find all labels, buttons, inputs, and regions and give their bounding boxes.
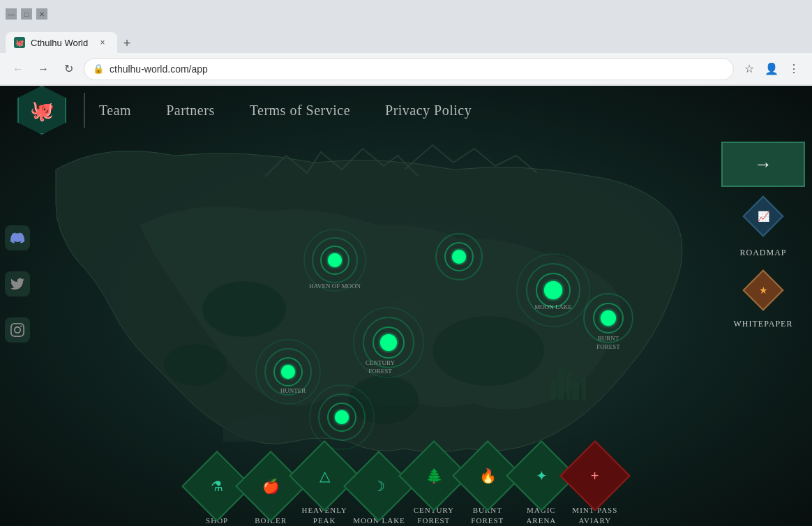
menu-button[interactable]: ⋮: [784, 59, 804, 79]
burnt-forest-icon: 🔥: [479, 467, 496, 484]
svg-point-18: [380, 334, 397, 351]
close-button[interactable]: ✕: [36, 8, 47, 20]
logo[interactable]: 🐙: [14, 86, 70, 138]
logo-hex: 🐙: [17, 86, 66, 135]
svg-point-33: [452, 250, 466, 264]
title-bar: — □ ✕: [0, 0, 812, 28]
svg-point-28: [335, 410, 349, 424]
nav-link-partners[interactable]: Partners: [166, 103, 215, 119]
tab-title: Cthulhu World: [31, 38, 88, 48]
bottom-item-boiler[interactable]: 🍎 Boiler: [246, 461, 296, 525]
nav-link-tos[interactable]: Terms of Service: [250, 103, 350, 119]
svg-text:FOREST: FOREST: [596, 343, 620, 350]
discord-icon[interactable]: [5, 225, 30, 250]
magic-arena-icon: ✦: [535, 467, 547, 484]
maximize-button[interactable]: □: [21, 8, 32, 20]
nav-link-privacy[interactable]: Privacy Policy: [385, 103, 472, 119]
svg-rect-8: [572, 382, 579, 400]
app-content: HAVEN OF MOON HUNTER CENTURY FOREST MOON…: [0, 86, 812, 526]
svg-text:CENTURY: CENTURY: [366, 359, 396, 366]
svg-text:BURNT: BURNT: [598, 335, 619, 342]
moon-lake-icon: ☽: [373, 478, 385, 495]
heavenly-peak-icon: △: [319, 467, 330, 484]
nav-diamond[interactable]: 📈: [742, 195, 784, 237]
new-tab-button[interactable]: +: [117, 33, 137, 53]
svg-text:HUNTER: HUNTER: [280, 387, 306, 394]
instagram-icon[interactable]: [5, 317, 30, 343]
svg-text:HAVEN OF MOON: HAVEN OF MOON: [309, 283, 361, 290]
bottom-item-century-forest[interactable]: 🌲 CenturyForest: [409, 451, 459, 525]
nav-actions: ☆ 👤 ⋮: [739, 59, 804, 79]
back-button[interactable]: ←: [8, 59, 28, 79]
minimize-button[interactable]: —: [6, 8, 17, 20]
heavenly-peak-diamond[interactable]: △: [289, 440, 360, 511]
profile-button[interactable]: 👤: [762, 59, 781, 79]
right-panel: → 📈 Roadmap ★ Whitepaper: [714, 142, 812, 329]
tab-close-button[interactable]: ×: [96, 36, 109, 49]
tab-bar: 🐙 Cthulhu World × +: [0, 28, 812, 53]
bottom-item-shop[interactable]: ⚗ Shop: [192, 461, 242, 525]
bottom-item-moon-lake[interactable]: ☽ Moon Lake: [353, 461, 405, 525]
bottom-item-burnt-forest[interactable]: 🔥 BurntForest: [463, 451, 513, 525]
svg-point-42: [601, 310, 616, 326]
browser-chrome: — □ ✕ 🐙 Cthulhu World × + ← → ↻ 🔒 cthulh…: [0, 0, 812, 86]
nav-links: Team Partners Terms of Service Privacy P…: [99, 103, 472, 119]
refresh-button[interactable]: ↻: [59, 59, 78, 79]
svg-text:MOON LAKE: MOON LAKE: [534, 303, 572, 310]
boiler-icon: 🍎: [262, 478, 280, 495]
tab-favicon: 🐙: [14, 37, 25, 48]
nav-link-team[interactable]: Team: [99, 103, 131, 119]
svg-text:FOREST: FOREST: [368, 368, 392, 375]
arrow-button[interactable]: →: [721, 142, 805, 187]
whitepaper-label: Whitepaper: [734, 319, 793, 329]
address-bar[interactable]: 🔒 cthulhu-world.com/app: [84, 58, 734, 80]
mint-pass-diamond[interactable]: +: [559, 440, 631, 511]
nav-bar: ← → ↻ 🔒 cthulhu-world.com/app ☆ 👤 ⋮: [0, 53, 812, 85]
shop-icon: ⚗: [211, 478, 223, 495]
boiler-diamond[interactable]: 🍎: [235, 451, 306, 522]
svg-point-13: [328, 253, 342, 267]
roadmap-label: Roadmap: [739, 248, 786, 257]
svg-rect-6: [558, 372, 564, 400]
arrow-icon: →: [754, 153, 772, 175]
browser-tab[interactable]: 🐙 Cthulhu World ×: [6, 32, 117, 53]
svg-point-23: [281, 365, 295, 379]
logo-icon: 🐙: [30, 99, 54, 122]
svg-rect-5: [551, 379, 555, 400]
svg-point-1: [202, 281, 286, 337]
url-text: cthulhu-world.com/app: [110, 63, 208, 75]
bottom-item-mint-pass[interactable]: + Mint PassAviary: [570, 451, 620, 525]
moon-lake-diamond[interactable]: ☽: [344, 451, 415, 522]
svg-rect-7: [566, 375, 571, 400]
twitter-icon[interactable]: [5, 271, 30, 296]
header-nav: 🐙 Team Partners Terms of Service Privacy…: [0, 86, 812, 135]
window-controls: — □ ✕: [6, 8, 47, 20]
nav-divider: [84, 93, 85, 128]
svg-point-2: [433, 316, 544, 386]
bottom-item-magic-arena[interactable]: ✦ MagicArena: [516, 451, 566, 525]
mint-pass-icon: +: [591, 468, 599, 484]
bookmark-button[interactable]: ☆: [739, 59, 759, 79]
bottom-item-heavenly-peak[interactable]: △ HeavenlyPeak: [299, 451, 349, 525]
lock-icon: 🔒: [93, 63, 104, 74]
whitepaper-diamond[interactable]: ★: [742, 269, 784, 311]
svg-point-37: [544, 281, 562, 299]
century-forest-icon: 🌲: [425, 467, 442, 484]
svg-rect-9: [582, 379, 586, 400]
svg-point-3: [349, 375, 419, 424]
bottom-bar: ⚗ Shop 🍎 Boiler △ HeavenlyPeak ☽ Moon La…: [0, 449, 812, 526]
svg-point-4: [164, 344, 227, 386]
forward-button[interactable]: →: [33, 59, 53, 79]
